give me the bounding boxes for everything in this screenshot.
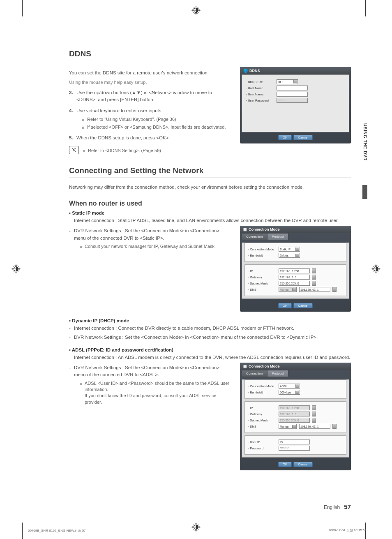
footer-right: 2008-12-04 오전 10:15:51 bbox=[328, 528, 367, 532]
dns-input[interactable]: 168.126. 63. 1 bbox=[299, 424, 330, 429]
window-icon: ▣ bbox=[243, 364, 247, 368]
heading-no-router: When no router is used bbox=[69, 200, 351, 207]
cancel-button[interactable]: Cancel bbox=[293, 135, 313, 140]
ip-input: 192.168. 1.200 bbox=[279, 405, 310, 410]
note-icon bbox=[69, 146, 79, 154]
subnet-input: 255.255.255. 0 bbox=[279, 418, 310, 423]
window-icon: ▣ bbox=[243, 227, 247, 231]
user-password-input[interactable]: ******** bbox=[277, 98, 308, 103]
static-d1: Internet connection : Static IP ADSL, le… bbox=[69, 217, 351, 224]
tab-connection[interactable]: Connection bbox=[242, 233, 267, 240]
dhcp-heading: • Dynamic IP (DHCP) mode bbox=[69, 318, 351, 323]
heading-ddns: DDNS bbox=[69, 49, 351, 61]
ok-button[interactable]: OK bbox=[278, 303, 292, 308]
registration-mark-icon bbox=[12, 264, 21, 275]
gateway-input[interactable]: 192.168. 1. 1 bbox=[279, 275, 310, 280]
screenshot-connection-adsl: ▣Connection Mode ConnectionProtocol · Co… bbox=[240, 363, 351, 470]
tab-protocol[interactable]: Protocol bbox=[267, 233, 288, 240]
static-sub1: Consult your network manager for IP, Gat… bbox=[80, 243, 232, 250]
side-tab: USING THE DVR bbox=[363, 123, 367, 161]
footer-left: 00769B_SHR-8162_ENG-NEW.indb 57 bbox=[28, 529, 86, 532]
dns-input[interactable]: 168.126. 63. 1 bbox=[299, 287, 330, 292]
static-ip-heading: • Static IP mode bbox=[69, 211, 351, 215]
step-4-sub1: Refer to "Using Virtual Keyboard". (Page… bbox=[82, 116, 232, 123]
gateway-input: 192.168. 1. 1 bbox=[279, 412, 310, 416]
connection-mode-select[interactable]: Static IP bbox=[279, 247, 300, 252]
registration-mark-icon bbox=[191, 523, 201, 533]
registration-mark-icon bbox=[191, 6, 201, 16]
registration-mark-icon bbox=[371, 264, 380, 275]
user-id-input[interactable]: ID bbox=[279, 440, 310, 444]
ddns-intro: You can set the DDNS site for a remote u… bbox=[69, 69, 232, 76]
connection-mode-select[interactable]: ADSL bbox=[279, 384, 300, 389]
dns-mode-select[interactable]: Manual bbox=[279, 424, 297, 429]
step-4-sub2: If selected <OFF> or <Samsung DDNS>, inp… bbox=[82, 124, 232, 130]
bandwidth-select[interactable]: 600Kbps bbox=[279, 390, 300, 395]
dns-mode-select[interactable]: Manual bbox=[279, 287, 297, 292]
ddns-site-select[interactable]: OFF bbox=[277, 79, 298, 84]
step-5: 5.When the DDNS setup is done, press <OK… bbox=[69, 134, 232, 141]
screenshot-connection-static: ▣Connection Mode ConnectionProtocol · Co… bbox=[240, 226, 351, 312]
user-name-input[interactable] bbox=[277, 92, 308, 97]
connecting-intro: Networking may differ from the connectio… bbox=[69, 184, 351, 191]
ddns-note: Refer to <DDNS Setting>. (Page 59) bbox=[83, 148, 161, 154]
step-3: 3.Use the up/down buttons (▲▼) in <Netwo… bbox=[69, 89, 232, 104]
static-d2: DVR Network Settings : Set the <Connecti… bbox=[69, 227, 232, 242]
screenshot-ddns: 🌐DDNS · DDNS SiteOFF · Host Name · User … bbox=[240, 67, 351, 143]
adsl-d1: Internet connection : An ADSL modem is d… bbox=[69, 354, 351, 361]
ip-input[interactable]: 192.168. 1.200 bbox=[279, 268, 310, 273]
heading-connecting: Connecting and Setting the Network bbox=[69, 166, 351, 178]
step-4: 4.Use virtual keyboard to enter user inp… bbox=[69, 107, 232, 130]
bandwidth-select[interactable]: 2Mbps bbox=[279, 253, 300, 258]
dhcp-d1: Internet connection : Connect the DVR di… bbox=[69, 325, 351, 332]
ok-button[interactable]: OK bbox=[278, 135, 292, 140]
ok-button[interactable]: OK bbox=[278, 462, 292, 467]
subnet-input[interactable]: 255.255.255. 0 bbox=[279, 281, 310, 286]
cancel-button[interactable]: Cancel bbox=[293, 462, 313, 467]
tab-connection[interactable]: Connection bbox=[242, 370, 267, 377]
cancel-button[interactable]: Cancel bbox=[293, 303, 313, 308]
ddns-intro2: Using the mouse may help easy setup. bbox=[69, 79, 232, 86]
page-number: English _57 bbox=[324, 503, 351, 510]
adsl-sub1: ADSL <User ID> and <Password> should be … bbox=[80, 380, 232, 406]
password-input[interactable]: ******** bbox=[279, 446, 310, 451]
adsl-heading: • ADSL (PPPoE: ID and password certifica… bbox=[69, 347, 351, 352]
host-name-input[interactable] bbox=[277, 86, 308, 90]
dhcp-d2: DVR Network Settings : Set the <Connecti… bbox=[69, 334, 351, 341]
side-tab-marker bbox=[362, 185, 367, 199]
adsl-d2: DVR Network Settings : Set the <Connecti… bbox=[69, 364, 232, 379]
globe-icon: 🌐 bbox=[243, 69, 248, 73]
tab-protocol[interactable]: Protocol bbox=[267, 370, 288, 377]
